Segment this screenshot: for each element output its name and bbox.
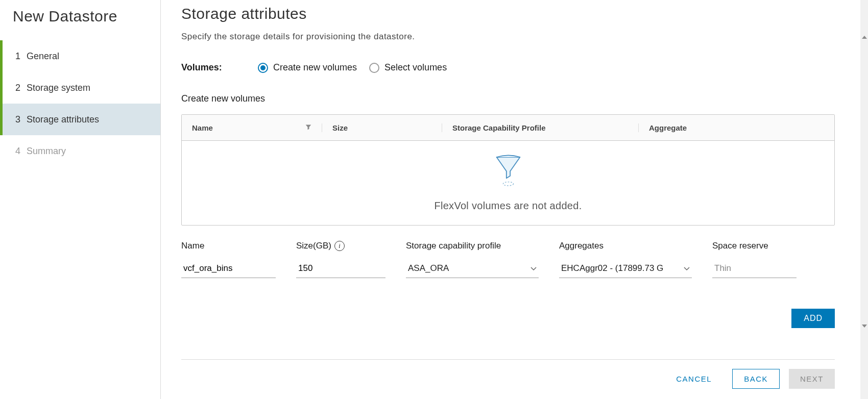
step-number: 3 (15, 114, 22, 125)
step-number: 1 (15, 51, 22, 62)
wizard-title: New Datastore (0, 8, 160, 40)
step-number: 4 (15, 146, 22, 157)
radio-label: Select volumes (384, 62, 447, 73)
vertical-scrollbar[interactable] (860, 0, 868, 399)
next-button: NEXT (789, 369, 835, 389)
aggregates-select[interactable]: EHCAggr02 - (17899.73 G (559, 260, 692, 278)
page-subtitle: Specify the storage details for provisio… (181, 32, 835, 42)
page-title: Storage attributes (181, 5, 835, 22)
size-input[interactable] (296, 260, 385, 278)
column-label: Size (332, 123, 348, 132)
table-header: Name Size Storage Capability Profile Agg… (182, 115, 834, 141)
table-empty-state: FlexVol volumes are not added. (182, 141, 834, 225)
volumes-radio-group: Create new volumes Select volumes (258, 62, 447, 73)
radio-dot-icon (369, 63, 379, 73)
wizard-step-summary: 4 Summary (0, 135, 160, 167)
chevron-down-icon (684, 264, 690, 272)
field-label-space-reserve: Space reserve (712, 241, 797, 251)
radio-dot-icon (258, 63, 268, 73)
wizard-step-storage-system[interactable]: 2 Storage system (0, 72, 160, 104)
column-label: Storage Capability Profile (452, 123, 546, 132)
wizard-sidebar: New Datastore 1 General 2 Storage system… (0, 0, 161, 399)
radio-label: Create new volumes (273, 62, 357, 73)
radio-create-new-volumes[interactable]: Create new volumes (258, 62, 357, 73)
chevron-down-icon (531, 264, 537, 272)
wizard-step-storage-attributes[interactable]: 3 Storage attributes (0, 104, 160, 135)
volumes-table: Name Size Storage Capability Profile Agg… (181, 114, 835, 226)
column-header-size[interactable]: Size (322, 123, 442, 132)
step-label: Summary (27, 146, 66, 157)
volumes-label: Volumes: (181, 62, 237, 73)
volumes-row: Volumes: Create new volumes Select volum… (181, 62, 835, 73)
add-button[interactable]: ADD (791, 309, 835, 328)
wizard-step-general[interactable]: 1 General (0, 40, 160, 72)
column-header-aggregate[interactable]: Aggregate (639, 123, 834, 132)
step-label: Storage attributes (27, 114, 99, 125)
wizard-footer: CANCEL BACK NEXT (181, 359, 835, 389)
step-label: General (27, 51, 59, 62)
step-label: Storage system (27, 83, 90, 93)
column-header-scp[interactable]: Storage Capability Profile (442, 123, 639, 132)
cancel-button[interactable]: CANCEL (665, 369, 723, 389)
field-label-name: Name (181, 241, 276, 251)
column-label: Name (192, 123, 213, 132)
create-volumes-section-title: Create new volumes (181, 93, 835, 104)
empty-message: FlexVol volumes are not added. (434, 200, 582, 212)
column-header-name[interactable]: Name (182, 123, 322, 132)
back-button[interactable]: BACK (732, 369, 780, 389)
field-label-scp: Storage capability profile (406, 241, 539, 251)
filter-icon[interactable] (305, 123, 311, 132)
wizard-content: Storage attributes Specify the storage d… (161, 0, 860, 399)
info-icon[interactable]: i (334, 241, 345, 251)
column-label: Aggregate (649, 123, 687, 132)
radio-select-volumes[interactable]: Select volumes (369, 62, 447, 73)
space-reserve-field (712, 260, 797, 278)
field-label-aggregates: Aggregates (559, 241, 692, 251)
field-label-size: Size(GB) i (296, 241, 385, 251)
select-value: ASA_ORA (408, 263, 449, 273)
funnel-icon (494, 155, 522, 190)
name-input[interactable] (181, 260, 276, 278)
scp-select[interactable]: ASA_ORA (406, 260, 539, 278)
new-volume-form: Name Size(GB) i Storage capability profi… (181, 241, 835, 278)
svg-point-0 (503, 182, 513, 185)
select-value: EHCAggr02 - (17899.73 G (561, 263, 663, 273)
step-number: 2 (15, 83, 22, 93)
